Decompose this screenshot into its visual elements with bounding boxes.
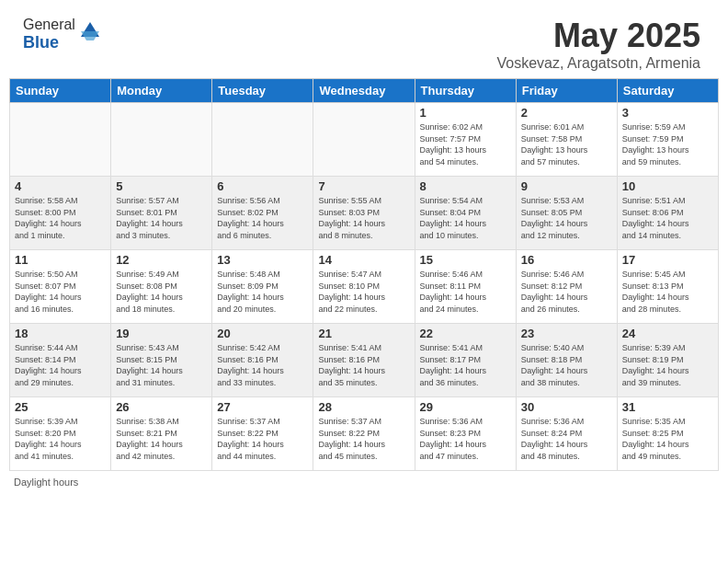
day-info: Sunrise: 5:39 AM Sunset: 8:20 PM Dayligh… (15, 416, 106, 462)
day-info: Sunrise: 5:41 AM Sunset: 8:16 PM Dayligh… (318, 342, 409, 388)
footer: Daylight hours (0, 473, 728, 491)
day-number: 31 (622, 400, 713, 414)
day-number: 11 (15, 253, 106, 267)
calendar-day-header: Wednesday (313, 79, 415, 103)
day-info: Sunrise: 5:47 AM Sunset: 8:10 PM Dayligh… (318, 269, 409, 315)
calendar-cell: 12Sunrise: 5:49 AM Sunset: 8:08 PM Dayli… (111, 250, 212, 324)
calendar-cell: 8Sunrise: 5:54 AM Sunset: 8:04 PM Daylig… (415, 177, 516, 250)
day-number: 18 (15, 327, 106, 340)
day-info: Sunrise: 5:51 AM Sunset: 8:06 PM Dayligh… (622, 195, 713, 241)
calendar-cell: 21Sunrise: 5:41 AM Sunset: 8:16 PM Dayli… (313, 324, 415, 397)
logo: General Blue (23, 17, 103, 52)
day-info: Sunrise: 5:45 AM Sunset: 8:13 PM Dayligh… (622, 269, 713, 315)
svg-marker-1 (81, 31, 99, 40)
day-number: 27 (217, 400, 308, 414)
day-number: 3 (622, 106, 713, 120)
day-info: Sunrise: 5:54 AM Sunset: 8:04 PM Dayligh… (420, 195, 511, 241)
day-number: 17 (622, 253, 713, 267)
calendar-cell (111, 103, 212, 177)
day-info: Sunrise: 5:36 AM Sunset: 8:24 PM Dayligh… (521, 416, 612, 462)
day-info: Sunrise: 5:55 AM Sunset: 8:03 PM Dayligh… (318, 195, 409, 241)
day-number: 19 (116, 327, 207, 340)
day-number: 5 (116, 179, 207, 193)
calendar-cell: 28Sunrise: 5:37 AM Sunset: 8:22 PM Dayli… (313, 397, 415, 471)
day-info: Sunrise: 5:39 AM Sunset: 8:19 PM Dayligh… (622, 342, 713, 388)
logo-general: General (23, 17, 75, 32)
day-info: Sunrise: 5:46 AM Sunset: 8:11 PM Dayligh… (420, 269, 511, 315)
day-info: Sunrise: 5:40 AM Sunset: 8:18 PM Dayligh… (521, 342, 612, 388)
calendar-day-header: Friday (516, 79, 617, 103)
calendar-cell: 11Sunrise: 5:50 AM Sunset: 8:07 PM Dayli… (10, 250, 111, 324)
calendar-cell: 29Sunrise: 5:36 AM Sunset: 8:23 PM Dayli… (415, 397, 516, 471)
calendar-cell: 30Sunrise: 5:36 AM Sunset: 8:24 PM Dayli… (516, 397, 617, 471)
calendar-table: SundayMondayTuesdayWednesdayThursdayFrid… (9, 78, 719, 471)
calendar-day-header: Tuesday (212, 79, 313, 103)
day-number: 20 (217, 327, 308, 340)
calendar-cell: 23Sunrise: 5:40 AM Sunset: 8:18 PM Dayli… (516, 324, 617, 397)
day-number: 6 (217, 179, 308, 193)
day-number: 15 (420, 253, 511, 267)
day-info: Sunrise: 5:38 AM Sunset: 8:21 PM Dayligh… (116, 416, 207, 462)
day-number: 21 (318, 327, 409, 340)
day-number: 29 (420, 400, 511, 414)
calendar-cell: 9Sunrise: 5:53 AM Sunset: 8:05 PM Daylig… (516, 177, 617, 250)
calendar-cell: 24Sunrise: 5:39 AM Sunset: 8:19 PM Dayli… (617, 324, 718, 397)
calendar-cell: 13Sunrise: 5:48 AM Sunset: 8:09 PM Dayli… (212, 250, 313, 324)
calendar-cell: 26Sunrise: 5:38 AM Sunset: 8:21 PM Dayli… (111, 397, 212, 471)
day-info: Sunrise: 5:37 AM Sunset: 8:22 PM Dayligh… (318, 416, 409, 462)
calendar-cell: 19Sunrise: 5:43 AM Sunset: 8:15 PM Dayli… (111, 324, 212, 397)
day-info: Sunrise: 5:58 AM Sunset: 8:00 PM Dayligh… (15, 195, 106, 241)
calendar-cell: 10Sunrise: 5:51 AM Sunset: 8:06 PM Dayli… (617, 177, 718, 250)
calendar-day-header: Saturday (617, 79, 718, 103)
calendar-cell: 4Sunrise: 5:58 AM Sunset: 8:00 PM Daylig… (10, 177, 111, 250)
day-info: Sunrise: 5:44 AM Sunset: 8:14 PM Dayligh… (15, 342, 106, 388)
day-info: Sunrise: 6:02 AM Sunset: 7:57 PM Dayligh… (420, 121, 511, 167)
day-number: 13 (217, 253, 308, 267)
logo-blue: Blue (23, 33, 59, 52)
calendar-header: SundayMondayTuesdayWednesdayThursdayFrid… (10, 79, 719, 103)
calendar-cell: 6Sunrise: 5:56 AM Sunset: 8:02 PM Daylig… (212, 177, 313, 250)
day-number: 28 (318, 400, 409, 414)
day-number: 8 (420, 179, 511, 193)
day-number: 7 (318, 179, 409, 193)
calendar-cell: 2Sunrise: 6:01 AM Sunset: 7:58 PM Daylig… (516, 103, 617, 177)
day-info: Sunrise: 5:57 AM Sunset: 8:01 PM Dayligh… (116, 195, 207, 241)
calendar-cell: 1Sunrise: 6:02 AM Sunset: 7:57 PM Daylig… (415, 103, 516, 177)
day-info: Sunrise: 5:48 AM Sunset: 8:09 PM Dayligh… (217, 269, 308, 315)
calendar-cell: 17Sunrise: 5:45 AM Sunset: 8:13 PM Dayli… (617, 250, 718, 324)
day-number: 1 (420, 106, 511, 120)
day-number: 2 (521, 106, 612, 120)
day-info: Sunrise: 5:43 AM Sunset: 8:15 PM Dayligh… (116, 342, 207, 388)
calendar-cell: 3Sunrise: 5:59 AM Sunset: 7:59 PM Daylig… (617, 103, 718, 177)
day-number: 14 (318, 253, 409, 267)
day-number: 22 (420, 327, 511, 340)
day-info: Sunrise: 5:53 AM Sunset: 8:05 PM Dayligh… (521, 195, 612, 241)
calendar-day-header: Thursday (415, 79, 516, 103)
day-info: Sunrise: 5:36 AM Sunset: 8:23 PM Dayligh… (420, 416, 511, 462)
day-number: 30 (521, 400, 612, 414)
day-info: Sunrise: 5:50 AM Sunset: 8:07 PM Dayligh… (15, 269, 106, 315)
calendar-cell: 7Sunrise: 5:55 AM Sunset: 8:03 PM Daylig… (313, 177, 415, 250)
day-number: 24 (622, 327, 713, 340)
calendar-cell: 25Sunrise: 5:39 AM Sunset: 8:20 PM Dayli… (10, 397, 111, 471)
calendar-cell: 15Sunrise: 5:46 AM Sunset: 8:11 PM Dayli… (415, 250, 516, 324)
calendar-cell (212, 103, 313, 177)
calendar-day-header: Monday (111, 79, 212, 103)
calendar-day-header: Sunday (10, 79, 111, 103)
daylight-label: Daylight hours (14, 477, 78, 488)
day-number: 10 (622, 179, 713, 193)
day-info: Sunrise: 5:46 AM Sunset: 8:12 PM Dayligh… (521, 269, 612, 315)
day-number: 25 (15, 400, 106, 414)
page-header: General Blue May 2025 Voskevaz, Aragatso… (9, 7, 719, 76)
calendar-cell: 20Sunrise: 5:42 AM Sunset: 8:16 PM Dayli… (212, 324, 313, 397)
day-number: 4 (15, 179, 106, 193)
day-info: Sunrise: 5:37 AM Sunset: 8:22 PM Dayligh… (217, 416, 308, 462)
subtitle: Voskevaz, Aragatsotn, Armenia (497, 55, 700, 72)
calendar-cell: 31Sunrise: 5:35 AM Sunset: 8:25 PM Dayli… (617, 397, 718, 471)
day-info: Sunrise: 5:41 AM Sunset: 8:17 PM Dayligh… (420, 342, 511, 388)
logo-text: General Blue (23, 17, 75, 52)
main-title: May 2025 (497, 17, 700, 55)
calendar-cell: 5Sunrise: 5:57 AM Sunset: 8:01 PM Daylig… (111, 177, 212, 250)
calendar-cell: 22Sunrise: 5:41 AM Sunset: 8:17 PM Dayli… (415, 324, 516, 397)
day-info: Sunrise: 5:42 AM Sunset: 8:16 PM Dayligh… (217, 342, 308, 388)
